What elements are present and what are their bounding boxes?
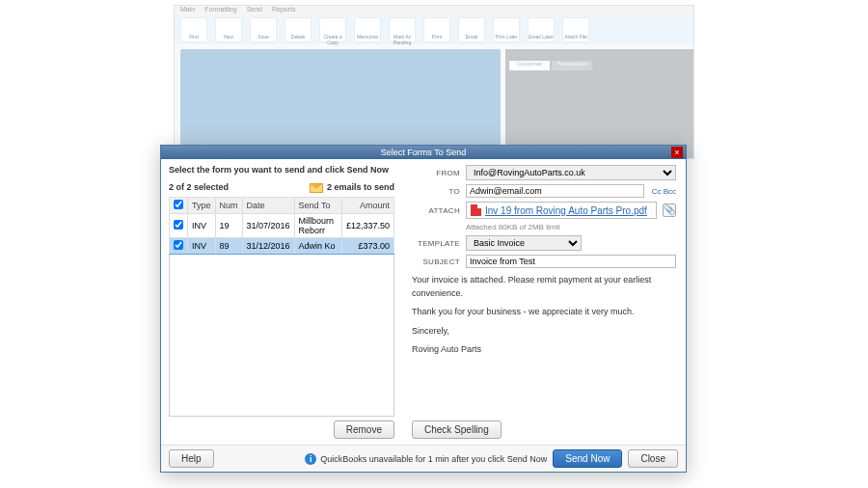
bg-ribbon-item: Email [458, 17, 485, 42]
bg-ribbon-item: Create a Copy [319, 17, 346, 42]
bg-side-tab-transaction: Transaction [552, 61, 592, 70]
bg-ribbon-item: Memorise [354, 17, 381, 42]
cell-type: INV [188, 213, 216, 237]
send-now-button[interactable]: Send Now [553, 449, 622, 468]
row-checkbox[interactable] [174, 220, 183, 230]
to-label: To [412, 187, 460, 196]
instruction-text: Select the form you want to send and cli… [169, 165, 394, 175]
check-spelling-button[interactable]: Check Spelling [412, 420, 502, 439]
attach-filename[interactable]: Inv 19 from Roving Auto Parts Pro.pdf [485, 205, 647, 216]
table-empty-area [169, 255, 394, 417]
from-label: From [412, 169, 460, 177]
cc-bcc-link[interactable]: Cc Bcc [652, 187, 676, 196]
row-checkbox[interactable] [174, 240, 183, 250]
bg-ribbon-item: Email Later [528, 17, 555, 42]
template-label: Template [412, 239, 460, 248]
select-forms-dialog: Select Forms To Send × Select the form y… [160, 145, 687, 473]
cell-date: 31/07/2016 [242, 213, 294, 237]
forms-table: Type Num Date Send To Amount INV1931/07/… [169, 197, 394, 255]
cell-date: 31/12/2016 [242, 237, 294, 254]
dialog-title: Select Forms To Send [381, 148, 466, 157]
info-icon: i [305, 453, 316, 465]
dialog-titlebar: Select Forms To Send × [161, 146, 686, 159]
bg-side-tab-customer: Customer [509, 61, 550, 70]
bg-side-panel: Customer Transaction [505, 49, 693, 158]
dialog-bottom-bar: Help i QuickBooks unavailable for 1 min … [161, 445, 686, 472]
bg-invoice-form [180, 49, 501, 158]
bg-ribbon-item: Mark As Pending [389, 17, 416, 42]
emails-count: 2 emails to send [327, 182, 394, 192]
cell-amount: £12,337.50 [341, 213, 393, 237]
bg-ribbon-item: Delete [285, 17, 312, 42]
col-type[interactable]: Type [188, 197, 216, 213]
select-all-checkbox[interactable] [174, 200, 183, 209]
remove-button[interactable]: Remove [334, 420, 394, 439]
bg-ribbon-item: Save [250, 17, 277, 42]
bg-ribbon-item: Print Later [493, 17, 520, 42]
cell-sendto: Millbourn Reborr [294, 213, 341, 237]
col-date[interactable]: Date [242, 197, 294, 213]
bg-ribbon-item: Find [180, 17, 207, 42]
col-num[interactable]: Num [215, 197, 242, 213]
from-select[interactable]: Info@RovingAutoParts.co.uk [466, 165, 676, 180]
paperclip-icon[interactable]: 📎 [663, 203, 676, 217]
cell-num: 89 [215, 237, 242, 254]
cell-amount: £373.00 [341, 237, 393, 254]
col-sendto[interactable]: Send To [294, 197, 341, 213]
email-body[interactable]: Your invoice is attached. Please remit p… [412, 272, 676, 417]
subject-input[interactable] [466, 255, 676, 268]
cell-num: 19 [215, 213, 242, 237]
bg-ribbon: Find New Save Delete Create a Copy Memor… [175, 15, 693, 44]
bg-ribbon-item: Print [423, 17, 450, 42]
background-app-window: MainFormattingSendReports Find New Save … [174, 5, 694, 159]
table-row[interactable]: INV8931/12/2016Adwin Ko£373.00 [170, 237, 394, 254]
pdf-icon [471, 204, 481, 216]
status-message: i QuickBooks unavailable for 1 min after… [305, 453, 547, 465]
col-checkbox[interactable] [170, 197, 188, 213]
bg-ribbon-item: New [215, 17, 242, 42]
subject-label: Subject [412, 258, 460, 266]
close-icon[interactable]: × [671, 147, 683, 158]
attach-label: Attach [412, 206, 460, 215]
selected-count: 2 of 2 selected [169, 182, 229, 192]
table-row[interactable]: INV1931/07/2016Millbourn Reborr£12,337.5… [170, 213, 394, 237]
bg-ribbon-item: Attach File [562, 17, 589, 42]
envelope-icon [310, 183, 323, 193]
attach-box[interactable]: Inv 19 from Roving Auto Parts Pro.pdf [466, 202, 657, 219]
cell-type: INV [188, 237, 216, 254]
cell-sendto: Adwin Ko [294, 237, 341, 254]
attach-meta: Attached 80KB of 2MB limit [466, 223, 676, 231]
template-select[interactable]: Basic Invoice [466, 235, 582, 251]
bg-menu-tabs: MainFormattingSendReports [175, 6, 693, 15]
help-button[interactable]: Help [169, 449, 214, 468]
close-button[interactable]: Close [628, 449, 678, 468]
to-input[interactable] [466, 184, 644, 198]
col-amount[interactable]: Amount [341, 197, 393, 213]
